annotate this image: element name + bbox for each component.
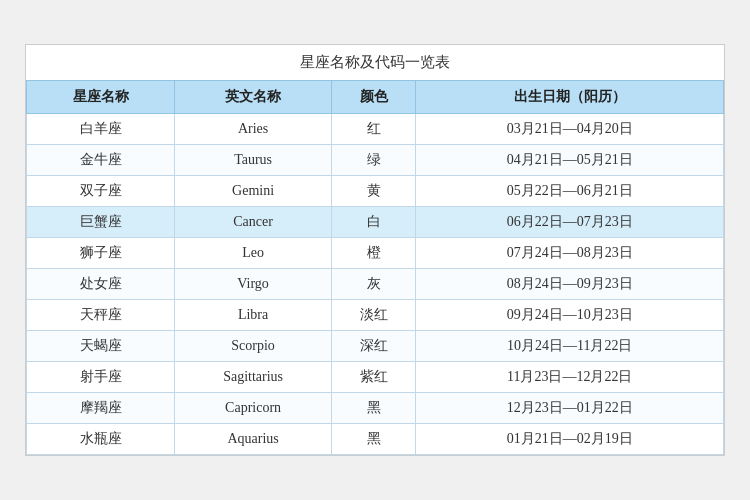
cell-dates: 03月21日—04月20日 [416,114,724,145]
cell-dates: 06月22日—07月23日 [416,207,724,238]
cell-color: 绿 [332,145,416,176]
cell-color: 灰 [332,269,416,300]
cell-chinese: 处女座 [27,269,175,300]
table-row: 白羊座Aries红03月21日—04月20日 [27,114,724,145]
cell-english: Sagittarius [175,362,332,393]
table-row: 巨蟹座Cancer白06月22日—07月23日 [27,207,724,238]
table-row: 金牛座Taurus绿04月21日—05月21日 [27,145,724,176]
cell-english: Taurus [175,145,332,176]
cell-dates: 09月24日—10月23日 [416,300,724,331]
cell-chinese: 天蝎座 [27,331,175,362]
table-row: 处女座Virgo灰08月24日—09月23日 [27,269,724,300]
cell-color: 深红 [332,331,416,362]
table-row: 狮子座Leo橙07月24日—08月23日 [27,238,724,269]
page-title: 星座名称及代码一览表 [26,45,724,80]
table-header-row: 星座名称 英文名称 颜色 出生日期（阳历） [27,81,724,114]
cell-color: 黑 [332,393,416,424]
cell-english: Libra [175,300,332,331]
cell-color: 黄 [332,176,416,207]
cell-english: Scorpio [175,331,332,362]
cell-english: Gemini [175,176,332,207]
header-dates: 出生日期（阳历） [416,81,724,114]
cell-english: Aquarius [175,424,332,455]
header-chinese-name: 星座名称 [27,81,175,114]
cell-chinese: 金牛座 [27,145,175,176]
cell-dates: 05月22日—06月21日 [416,176,724,207]
table-row: 射手座Sagittarius紫红11月23日—12月22日 [27,362,724,393]
cell-color: 橙 [332,238,416,269]
table-row: 天秤座Libra淡红09月24日—10月23日 [27,300,724,331]
table-row: 水瓶座Aquarius黑01月21日—02月19日 [27,424,724,455]
cell-chinese: 射手座 [27,362,175,393]
main-container: 星座名称及代码一览表 星座名称 英文名称 颜色 出生日期（阳历） 白羊座Arie… [25,44,725,456]
cell-color: 红 [332,114,416,145]
cell-dates: 12月23日—01月22日 [416,393,724,424]
cell-chinese: 双子座 [27,176,175,207]
cell-dates: 10月24日—11月22日 [416,331,724,362]
cell-color: 白 [332,207,416,238]
cell-color: 黑 [332,424,416,455]
cell-english: Cancer [175,207,332,238]
table-row: 摩羯座Capricorn黑12月23日—01月22日 [27,393,724,424]
cell-chinese: 巨蟹座 [27,207,175,238]
cell-dates: 07月24日—08月23日 [416,238,724,269]
header-english-name: 英文名称 [175,81,332,114]
cell-english: Aries [175,114,332,145]
cell-chinese: 水瓶座 [27,424,175,455]
cell-color: 淡红 [332,300,416,331]
cell-chinese: 摩羯座 [27,393,175,424]
table-row: 天蝎座Scorpio深红10月24日—11月22日 [27,331,724,362]
cell-chinese: 天秤座 [27,300,175,331]
cell-english: Leo [175,238,332,269]
cell-dates: 08月24日—09月23日 [416,269,724,300]
zodiac-table: 星座名称 英文名称 颜色 出生日期（阳历） 白羊座Aries红03月21日—04… [26,80,724,455]
cell-color: 紫红 [332,362,416,393]
cell-english: Virgo [175,269,332,300]
cell-dates: 04月21日—05月21日 [416,145,724,176]
cell-dates: 11月23日—12月22日 [416,362,724,393]
table-row: 双子座Gemini黄05月22日—06月21日 [27,176,724,207]
cell-english: Capricorn [175,393,332,424]
cell-chinese: 狮子座 [27,238,175,269]
header-color: 颜色 [332,81,416,114]
cell-dates: 01月21日—02月19日 [416,424,724,455]
cell-chinese: 白羊座 [27,114,175,145]
